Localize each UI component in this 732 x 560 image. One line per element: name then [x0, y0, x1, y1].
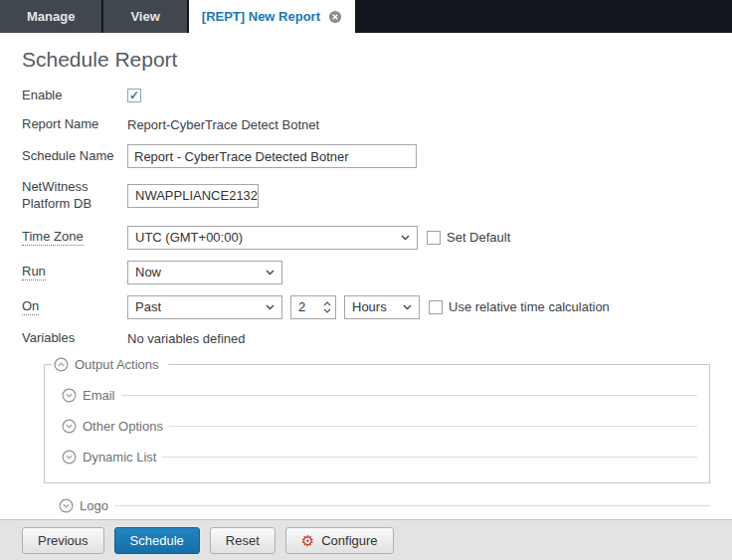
chevron-down-icon: [266, 304, 274, 310]
divider: [114, 505, 710, 506]
chevron-down-circle-icon[interactable]: [62, 388, 77, 403]
set-default-checkbox[interactable]: [427, 231, 441, 245]
time-zone-label: Time Zone: [22, 229, 84, 246]
stepper-arrows[interactable]: [323, 301, 331, 313]
section-output-actions[interactable]: Output Actions: [52, 357, 168, 372]
platform-db-label: NetWitness Platform DB: [22, 179, 127, 213]
section-email[interactable]: Email: [62, 388, 697, 403]
divider: [121, 395, 697, 396]
page-title: Schedule Report: [22, 48, 732, 72]
on-range-value: Past: [135, 299, 161, 314]
relative-time-checkbox[interactable]: [429, 300, 443, 314]
schedule-name-label: Schedule Name: [22, 148, 127, 165]
tab-manage-label: Manage: [27, 9, 75, 24]
chevron-up-icon: [323, 301, 331, 306]
chevron-down-circle-icon[interactable]: [62, 419, 77, 434]
set-default-label: Set Default: [447, 230, 510, 245]
run-value: Now: [135, 265, 161, 280]
main-content: Schedule Report Enable ✓ Report Name Rep…: [0, 33, 732, 519]
section-logo[interactable]: Logo: [59, 498, 710, 513]
tab-bar: Manage View [REPT] New Report: [0, 0, 732, 33]
divider: [169, 426, 697, 427]
schedule-button[interactable]: Schedule: [114, 527, 200, 554]
enable-checkbox[interactable]: ✓: [127, 89, 141, 102]
chevron-up-circle-icon[interactable]: [54, 357, 69, 372]
footer-toolbar: Previous Schedule Reset ⚙ Configure: [0, 519, 732, 560]
chevron-down-circle-icon[interactable]: [59, 498, 74, 513]
chevron-down-icon: [323, 308, 331, 313]
on-count-stepper[interactable]: 2: [290, 295, 336, 319]
report-name-label: Report Name: [22, 116, 127, 133]
tab-new-report[interactable]: [REPT] New Report: [189, 0, 355, 33]
configure-button[interactable]: ⚙ Configure: [285, 527, 394, 554]
schedule-button-label: Schedule: [130, 533, 184, 548]
platform-db-select[interactable]: NWAPPLIANCE21328: [127, 184, 259, 208]
time-zone-select[interactable]: UTC (GMT+00:00): [127, 226, 418, 250]
previous-button-label: Previous: [38, 533, 89, 548]
run-row: Run Now: [22, 261, 732, 284]
on-unit-value: Hours: [352, 299, 387, 314]
section-logo-label: Logo: [80, 498, 108, 513]
on-unit-select[interactable]: Hours: [344, 295, 420, 319]
on-count-value: 2: [298, 299, 305, 314]
schedule-name-row: Schedule Name: [22, 144, 732, 168]
tab-manage[interactable]: Manage: [0, 0, 101, 33]
run-select[interactable]: Now: [127, 261, 282, 284]
checkmark-icon: ✓: [129, 90, 139, 101]
enable-label: Enable: [22, 88, 127, 104]
on-label: On: [22, 298, 39, 315]
schedule-name-input[interactable]: [127, 144, 417, 168]
variables-value: No variables defined: [127, 331, 246, 346]
previous-button[interactable]: Previous: [22, 527, 104, 554]
app-window: Manage View [REPT] New Report Schedule R…: [0, 0, 732, 560]
relative-time-label: Use relative time calculation: [449, 299, 610, 314]
gear-icon: ⚙: [301, 533, 314, 548]
section-other-options[interactable]: Other Options: [62, 419, 697, 434]
section-output-actions-label: Output Actions: [75, 357, 159, 372]
relative-time-option: Use relative time calculation: [429, 299, 610, 314]
close-icon[interactable]: [328, 10, 342, 24]
tab-new-report-label: [REPT] New Report: [202, 9, 320, 24]
run-label: Run: [22, 264, 46, 280]
tab-view[interactable]: View: [103, 0, 186, 33]
chevron-down-circle-icon[interactable]: [62, 450, 77, 465]
time-zone-row: Time Zone UTC (GMT+00:00) Set Default: [22, 226, 732, 250]
platform-db-row: NetWitness Platform DB NWAPPLIANCE21328: [22, 179, 732, 213]
chevron-down-icon: [266, 270, 274, 276]
reset-button[interactable]: Reset: [210, 527, 275, 554]
on-row: On Past 2 Hours: [22, 295, 732, 319]
tab-view-label: View: [130, 9, 159, 24]
enable-row: Enable ✓: [22, 87, 732, 104]
on-range-select[interactable]: Past: [127, 295, 282, 319]
chevron-down-icon: [401, 235, 410, 241]
report-name-row: Report Name Report-CyberTrace Detect Bot…: [22, 115, 732, 133]
set-default-option: Set Default: [427, 230, 510, 245]
section-other-options-label: Other Options: [83, 419, 163, 434]
time-zone-value: UTC (GMT+00:00): [135, 230, 243, 245]
platform-db-value: NWAPPLIANCE21328: [135, 188, 259, 203]
variables-row: Variables No variables defined: [22, 330, 732, 348]
section-email-label: Email: [83, 388, 115, 403]
divider: [162, 457, 697, 458]
chevron-down-icon: [403, 304, 412, 310]
section-dynamic-list-label: Dynamic List: [83, 450, 156, 465]
output-actions-group: Output Actions Email Other Options: [44, 364, 710, 483]
configure-button-label: Configure: [321, 533, 377, 548]
reset-button-label: Reset: [226, 533, 260, 548]
report-name-value: Report-CyberTrace Detect Botnet: [127, 117, 319, 132]
variables-label: Variables: [22, 330, 127, 347]
section-dynamic-list[interactable]: Dynamic List: [62, 450, 697, 465]
